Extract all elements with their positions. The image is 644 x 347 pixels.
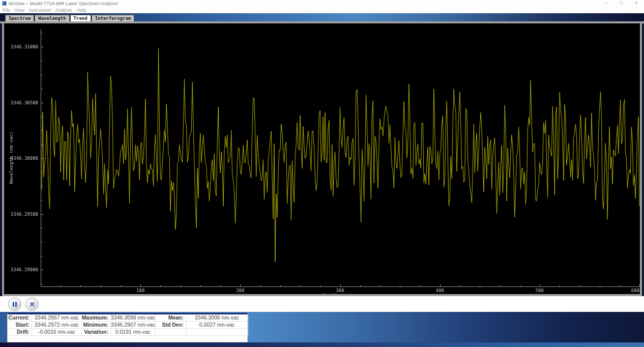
stop-button[interactable]: ✕ [25, 298, 39, 311]
title-bar: NuView – Model 7718-MIR Laser Spectrum A… [0, 0, 644, 7]
stat-label-drift: Drift: [8, 329, 32, 336]
minimize-icon[interactable]: – [598, 0, 613, 7]
tab-list: Spectrum Wavelength Trend Interferogram [5, 15, 134, 21]
bottom-bar [0, 342, 644, 347]
window-title: NuView – Model 7718-MIR Laser Spectrum A… [9, 1, 118, 6]
tab-trend[interactable]: Trend [70, 15, 91, 21]
stat-label-empty [156, 329, 186, 336]
stat-label-variation: Variation: [82, 329, 111, 336]
app-window: NuView – Model 7718-MIR Laser Spectrum A… [0, 0, 644, 347]
app-icon [2, 1, 7, 6]
stat-value-stddev: 0.0027 nm-vac [186, 322, 248, 329]
stat-label-start: Start: [8, 322, 32, 329]
stats-grid: Current: 3346.2957 nm-vac Maximum: 3346.… [8, 314, 247, 336]
close-icon: ✕ [29, 301, 35, 308]
bottom-area: Current: 3346.2957 nm-vac Maximum: 3346.… [0, 312, 644, 347]
close-icon[interactable]: × [629, 0, 644, 7]
stat-value-current: 3346.2957 nm-vac [32, 314, 82, 322]
acquisition-toolbar: ✕ [0, 296, 644, 312]
stat-value-empty [186, 329, 248, 336]
menu-analysis[interactable]: Analysis [55, 8, 72, 13]
menu-file[interactable]: File [3, 8, 10, 13]
tab-wavelength[interactable]: Wavelength [35, 15, 69, 21]
stat-label-minimum: Minimum: [82, 322, 111, 329]
trend-plot-canvas[interactable] [4, 23, 640, 294]
window-controls: – □ × [598, 0, 644, 7]
stat-label-maximum: Maximum: [82, 314, 111, 322]
pause-button[interactable] [8, 298, 21, 311]
stat-value-drift: -0.0016 nm-vac [32, 329, 82, 336]
pause-icon [13, 302, 17, 307]
stat-label-current: Current: [8, 314, 32, 322]
stat-value-start: 3346.2972 nm-vac [32, 322, 82, 329]
trend-plot-panel [2, 21, 642, 296]
maximize-icon[interactable]: □ [613, 0, 629, 7]
menu-instrument[interactable]: Instrument [29, 8, 51, 13]
stat-value-mean: 3346.3006 nm-vac [186, 314, 248, 322]
stat-label-mean: Mean: [156, 314, 186, 322]
tab-interferogram[interactable]: Interferogram [92, 15, 134, 21]
menu-view[interactable]: View [15, 8, 24, 13]
stat-label-stddev: Std Dev: [156, 322, 186, 329]
tab-band: Spectrum Wavelength Trend Interferogram [0, 13, 644, 21]
stat-value-variation: 0.0191 nm-vac [111, 329, 156, 336]
menu-bar: File View Instrument Analysis Help [0, 7, 644, 13]
stat-value-maximum: 3346.3099 nm-vac [111, 314, 156, 322]
stat-value-minimum: 3346.2907 nm-vac [111, 322, 156, 329]
menu-help[interactable]: Help [77, 8, 86, 13]
stats-table: Current: 3346.2957 nm-vac Maximum: 3346.… [7, 313, 248, 342]
tab-spectrum[interactable]: Spectrum [5, 15, 34, 21]
